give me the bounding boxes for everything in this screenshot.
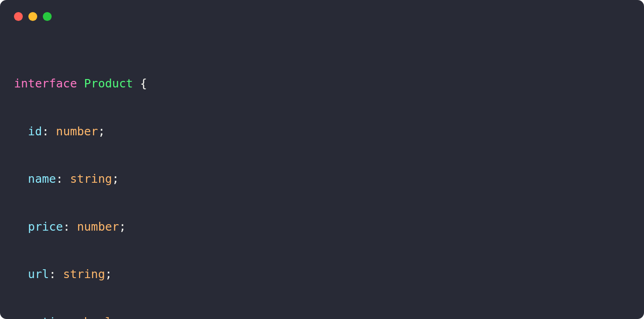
type-string: string	[63, 267, 105, 281]
semi: ;	[105, 267, 112, 281]
prop-url: url	[28, 267, 49, 281]
punct-brace-open: {	[133, 77, 147, 90]
colon: :	[42, 125, 49, 138]
prop-active: active	[28, 315, 70, 319]
code-line: interface Product {	[14, 72, 630, 95]
type-number: number	[77, 220, 119, 233]
colon: :	[56, 172, 63, 186]
space	[63, 172, 70, 186]
zoom-icon[interactable]	[43, 12, 52, 21]
semi: ;	[133, 315, 140, 319]
indent	[14, 267, 28, 281]
colon: :	[49, 267, 56, 281]
semi: ;	[98, 125, 105, 138]
indent	[14, 172, 28, 186]
code-line: url: string;	[14, 262, 630, 286]
indent	[14, 220, 28, 233]
punct-space	[77, 77, 84, 90]
code-line: active: boolean;	[14, 310, 630, 319]
type-name: Product	[84, 77, 133, 90]
code-line: id: number;	[14, 120, 630, 143]
semi: ;	[112, 172, 119, 186]
semi: ;	[119, 220, 126, 233]
minimize-icon[interactable]	[28, 12, 37, 21]
type-boolean: boolean	[84, 315, 133, 319]
keyword-interface: interface	[14, 77, 77, 90]
indent	[14, 125, 28, 138]
indent	[14, 315, 28, 319]
code-block: interface Product { id: number; name: st…	[0, 48, 644, 319]
prop-id: id	[28, 125, 42, 138]
colon: :	[63, 220, 70, 233]
colon: :	[70, 315, 77, 319]
code-window: interface Product { id: number; name: st…	[0, 0, 644, 319]
type-string: string	[70, 172, 112, 186]
space	[49, 125, 56, 138]
titlebar	[0, 12, 644, 21]
prop-name: name	[28, 172, 56, 186]
space	[56, 267, 63, 281]
space	[77, 315, 84, 319]
code-line: price: number;	[14, 215, 630, 239]
close-icon[interactable]	[14, 12, 23, 21]
code-line: name: string;	[14, 167, 630, 191]
prop-price: price	[28, 220, 63, 233]
type-number: number	[56, 125, 98, 138]
space	[70, 220, 77, 233]
